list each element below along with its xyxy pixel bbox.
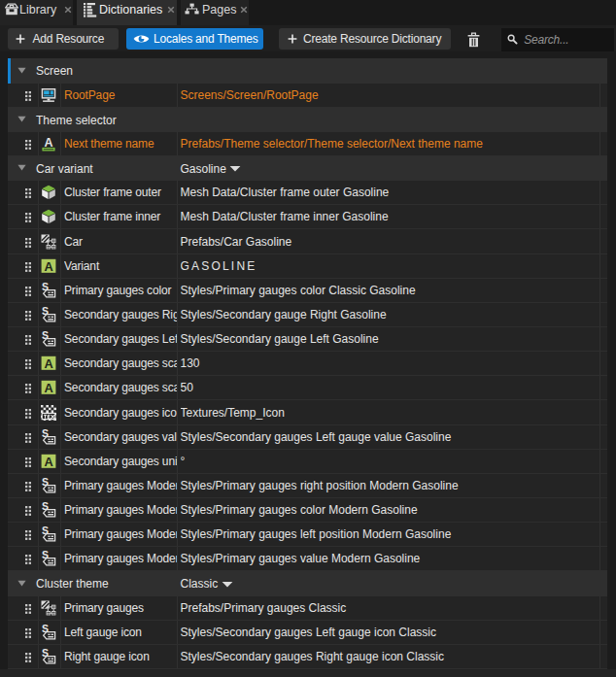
svg-text:A: A: [44, 259, 52, 274]
svg-text:A: A: [44, 356, 52, 371]
svg-text:A: A: [44, 381, 52, 395]
svg-text:A: A: [44, 455, 52, 469]
